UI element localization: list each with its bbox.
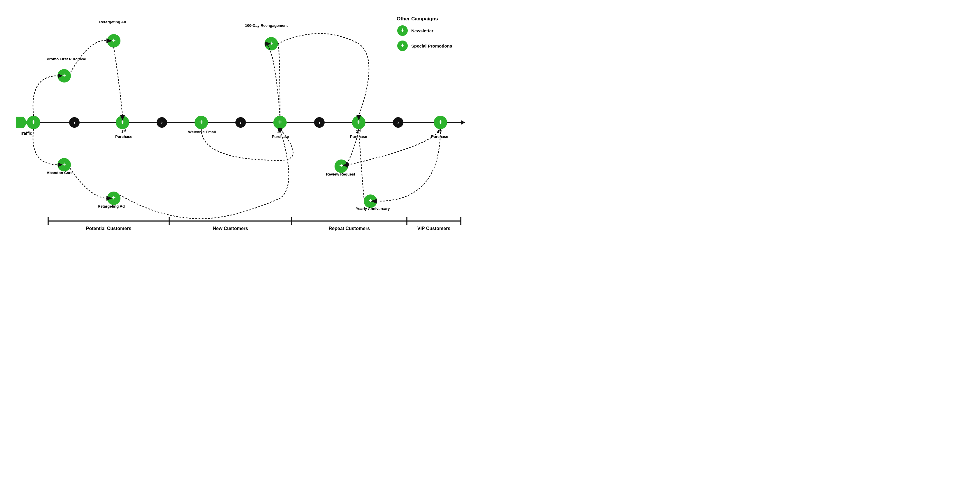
svg-text:+: + bbox=[339, 162, 343, 169]
svg-text:+: + bbox=[401, 27, 404, 34]
legend-title: Other Campaigns bbox=[397, 16, 481, 22]
svg-text:+: + bbox=[62, 72, 66, 79]
n2-label: Welcome Email bbox=[188, 130, 216, 135]
svg-text:+: + bbox=[199, 118, 203, 126]
promotions-icon: + bbox=[397, 40, 408, 52]
abandon-label: Abandon Cart bbox=[47, 170, 72, 175]
traffic-label: Traffic bbox=[20, 130, 32, 136]
vip-customers-label: VIP Customers bbox=[407, 226, 461, 231]
n3-label: 2ndPurchase bbox=[272, 128, 289, 139]
promo-label: Promo First Purchase bbox=[47, 57, 86, 62]
svg-text:›: › bbox=[397, 119, 399, 126]
legend-box: Other Campaigns + Newsletter + Special P… bbox=[397, 16, 481, 55]
retargeting-bot-label: Retargeting Ad bbox=[98, 204, 125, 209]
svg-text:+: + bbox=[278, 118, 282, 126]
legend-item-promotions: + Special Promotions bbox=[397, 40, 481, 52]
newsletter-label: Newsletter bbox=[411, 28, 433, 33]
svg-text:+: + bbox=[62, 161, 66, 168]
reengagement-label: 100-Day Reengagement bbox=[245, 23, 288, 28]
review-label: Review Request bbox=[326, 172, 355, 177]
new-customers-label: New Customers bbox=[169, 226, 292, 231]
svg-text:+: + bbox=[439, 118, 442, 126]
svg-text:›: › bbox=[73, 119, 75, 126]
retargeting-top-label: Retargeting Ad bbox=[99, 20, 126, 25]
svg-text:+: + bbox=[112, 194, 116, 202]
svg-text:+: + bbox=[112, 37, 116, 44]
svg-text:+: + bbox=[32, 118, 36, 126]
yearly-label: Yearly Anniversary bbox=[356, 207, 390, 212]
legend-item-newsletter: + Newsletter bbox=[397, 25, 481, 37]
svg-text:+: + bbox=[401, 42, 404, 49]
n1-label: 1stPurchase bbox=[115, 128, 132, 139]
repeat-customers-label: Repeat Customers bbox=[292, 226, 407, 231]
svg-text:›: › bbox=[240, 119, 242, 126]
n4-label: 3rdPurchase bbox=[350, 128, 367, 139]
n5-label: 4thPurchase bbox=[431, 128, 448, 139]
svg-marker-2 bbox=[16, 117, 28, 128]
svg-text:›: › bbox=[161, 119, 163, 126]
promotions-label: Special Promotions bbox=[411, 43, 452, 48]
diagram-container: + › + › + › + › + › + + bbox=[0, 0, 490, 249]
svg-marker-1 bbox=[461, 120, 465, 125]
potential-customers-label: Potential Customers bbox=[48, 226, 169, 231]
svg-text:›: › bbox=[318, 119, 320, 126]
newsletter-icon: + bbox=[397, 25, 408, 37]
